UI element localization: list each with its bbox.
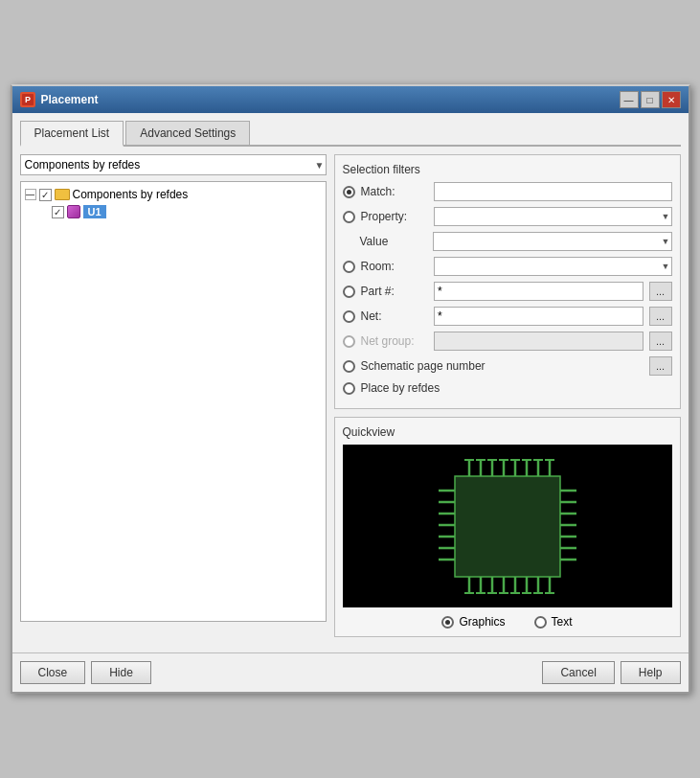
radio-place-refdes[interactable] (343, 382, 355, 395)
content-area: Placement List Advanced Settings Compone… (12, 113, 689, 645)
maximize-button[interactable]: □ (641, 91, 660, 108)
quickview-canvas (343, 445, 672, 607)
net-input[interactable] (434, 307, 644, 326)
selection-filters: Selection filters Match: Property: ▼ (334, 154, 681, 409)
close-button[interactable]: Close (20, 661, 86, 684)
net-browse-button[interactable]: ... (649, 307, 672, 326)
radio-graphics[interactable] (441, 616, 454, 629)
chip-icon (67, 205, 80, 218)
svg-text:P: P (24, 95, 30, 104)
component-dropdown[interactable]: Components by refdes (20, 154, 327, 175)
part-input[interactable] (434, 282, 644, 301)
property-select-wrapper: ▼ (434, 207, 672, 226)
component-dropdown-wrapper: Components by refdes ▼ (20, 154, 327, 175)
radio-room[interactable] (343, 261, 355, 273)
footer: Close Hide Cancel Help (12, 652, 689, 692)
filter-row-match: Match: (343, 182, 672, 201)
help-button[interactable]: Help (621, 661, 681, 684)
room-select[interactable] (434, 257, 672, 276)
svg-rect-2 (455, 476, 560, 577)
filter-row-place-refdes: Place by refdes (343, 381, 672, 395)
folder-icon (55, 189, 70, 200)
quickview-section: Quickview (334, 417, 681, 637)
property-label: Property: (361, 210, 428, 223)
text-label: Text (552, 615, 573, 629)
match-input[interactable] (434, 182, 672, 201)
dropdown-row: Components by refdes ▼ (20, 154, 327, 175)
filter-row-room: Room: ▼ (343, 257, 672, 276)
netgroup-label: Net group: (361, 334, 428, 348)
titlebar-buttons: — □ ✕ (620, 91, 681, 108)
radio-part[interactable] (343, 286, 355, 298)
quickview-radio-row: Graphics Text (343, 615, 672, 629)
place-refdes-label: Place by refdes (361, 381, 440, 395)
part-browse-button[interactable]: ... (649, 282, 672, 301)
tree-panel[interactable]: — Components by refdes U1 (20, 181, 327, 622)
radio-property[interactable] (343, 211, 355, 223)
value-label: Value (360, 235, 427, 248)
property-select[interactable] (434, 207, 672, 226)
schematic-browse-button[interactable]: ... (649, 356, 672, 376)
tab-bar: Placement List Advanced Settings (20, 121, 681, 147)
tree-child-u1: U1 (52, 203, 322, 220)
chip-svg (412, 452, 603, 601)
u1-label[interactable]: U1 (83, 205, 106, 218)
value-select[interactable] (433, 232, 672, 251)
filter-row-netgroup: Net group: ... (343, 332, 672, 351)
selection-filters-label: Selection filters (343, 163, 672, 176)
app-icon: P (20, 92, 35, 107)
value-select-wrapper: ▼ (433, 232, 672, 251)
filter-row-net: Net: ... (343, 307, 672, 326)
tree-root-label: Components by refdes (73, 188, 189, 201)
radio-net[interactable] (343, 310, 355, 323)
cancel-button[interactable]: Cancel (542, 661, 614, 684)
netgroup-browse-button[interactable]: ... (649, 332, 672, 351)
footer-left: Close Hide (20, 661, 151, 684)
room-select-wrapper: ▼ (434, 257, 672, 276)
radio-text[interactable] (534, 616, 547, 629)
radio-option-graphics: Graphics (441, 615, 505, 629)
titlebar-left: P Placement (20, 92, 99, 107)
hide-button[interactable]: Hide (91, 661, 151, 684)
match-label: Match: (361, 185, 428, 198)
filter-row-property: Property: ▼ (343, 207, 672, 226)
graphics-label: Graphics (459, 615, 505, 629)
radio-option-text: Text (534, 615, 573, 629)
tree-root-item: — Components by refdes (25, 186, 322, 203)
netgroup-input[interactable] (434, 332, 644, 351)
footer-right: Cancel Help (542, 661, 680, 684)
filter-row-schematic: Schematic page number ... (343, 356, 672, 376)
radio-match[interactable] (343, 186, 355, 198)
close-window-button[interactable]: ✕ (662, 91, 681, 108)
left-panel: Components by refdes ▼ — Components by r… (20, 154, 327, 637)
tree-root-checkbox[interactable] (39, 189, 52, 201)
placement-window: P Placement — □ ✕ Placement List Advance… (11, 84, 690, 694)
part-label: Part #: (361, 285, 428, 298)
radio-netgroup[interactable] (343, 335, 355, 348)
schematic-label: Schematic page number (361, 359, 485, 373)
quickview-label: Quickview (343, 425, 672, 439)
tab-advanced-settings[interactable]: Advanced Settings (125, 121, 250, 145)
radio-schematic[interactable] (343, 360, 355, 373)
net-label: Net: (361, 309, 428, 323)
room-label: Room: (361, 260, 428, 273)
minimize-button[interactable]: — (620, 91, 639, 108)
tab-placement-list[interactable]: Placement List (20, 121, 124, 147)
tree-toggle-root[interactable]: — (25, 189, 36, 200)
main-area: Components by refdes ▼ — Components by r… (20, 154, 681, 637)
right-panel: Selection filters Match: Property: ▼ (334, 154, 681, 637)
tree-child-checkbox[interactable] (52, 206, 64, 218)
window-title: Placement (41, 93, 99, 106)
filter-row-value: Value ▼ (360, 232, 672, 251)
filter-row-part: Part #: ... (343, 282, 672, 301)
titlebar: P Placement — □ ✕ (12, 86, 689, 113)
